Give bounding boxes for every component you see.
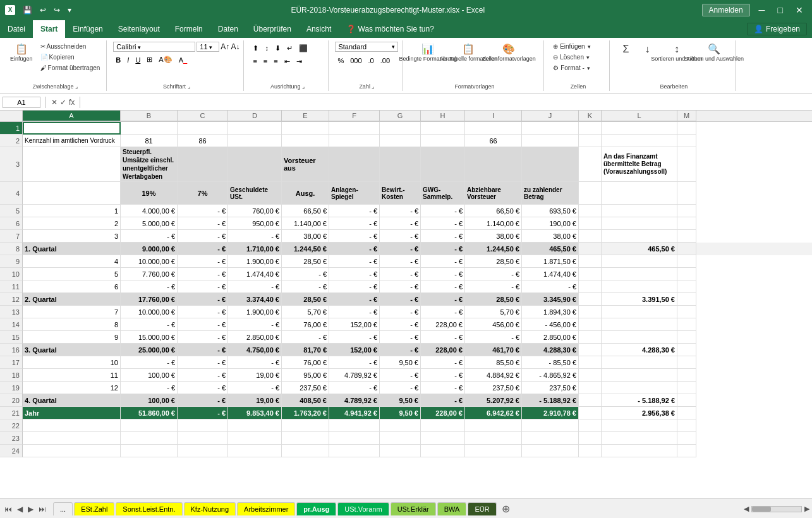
- cell-f13[interactable]: - €: [329, 306, 380, 318]
- cell-m3[interactable]: [677, 147, 696, 182]
- cell-j3[interactable]: [522, 147, 579, 182]
- cell-h3[interactable]: [421, 147, 465, 182]
- first-sheet-button[interactable]: ⏮: [3, 503, 14, 515]
- cell-c21[interactable]: - €: [178, 407, 228, 419]
- cell-a12[interactable]: 2. Quartal: [23, 293, 121, 306]
- cell-k1[interactable]: [579, 122, 602, 135]
- cell-a22[interactable]: [23, 419, 121, 432]
- cell-m24[interactable]: [677, 445, 696, 457]
- cell-g14[interactable]: - €: [380, 318, 421, 331]
- cell-j7[interactable]: 38,00 €: [522, 230, 579, 243]
- align-right-button[interactable]: ≡: [271, 56, 280, 67]
- cell-c7[interactable]: - €: [178, 230, 228, 243]
- cell-k24[interactable]: [579, 445, 602, 457]
- cell-i4[interactable]: Abziehbare Vorsteuer: [465, 182, 522, 205]
- cell-k14[interactable]: [579, 318, 602, 331]
- cell-g12[interactable]: - €: [380, 293, 421, 306]
- cell-l20[interactable]: - 5.188,92 €: [602, 394, 677, 407]
- cell-c8[interactable]: - €: [178, 243, 228, 255]
- cell-h6[interactable]: - €: [421, 217, 465, 230]
- cell-g6[interactable]: - €: [380, 217, 421, 230]
- cell-c17[interactable]: - €: [178, 356, 228, 369]
- cell-l10[interactable]: [602, 268, 677, 280]
- cell-j20[interactable]: - 5.188,92 €: [522, 394, 579, 407]
- cell-d7[interactable]: - €: [228, 230, 282, 243]
- tab-ueberprufen[interactable]: Überprüfen: [246, 20, 299, 38]
- tab-daten[interactable]: Daten: [210, 20, 246, 38]
- cell-e8[interactable]: 1.244,50 €: [282, 243, 329, 255]
- cell-g22[interactable]: [380, 419, 421, 432]
- cell-h4[interactable]: GWG-Sammelp.: [421, 182, 465, 205]
- last-sheet-button[interactable]: ⏭: [37, 503, 48, 515]
- cell-a15[interactable]: 9: [23, 331, 121, 344]
- font-size-select[interactable]: 11: [197, 42, 219, 52]
- cell-k3[interactable]: [579, 147, 602, 182]
- cell-f5[interactable]: - €: [329, 205, 380, 217]
- sheet-tab-arbeitszimmer[interactable]: Arbeitszimmer: [237, 502, 295, 515]
- cell-i19[interactable]: 237,50 €: [465, 382, 522, 394]
- cell-h13[interactable]: - €: [421, 306, 465, 318]
- fill-button[interactable]: ↓: [638, 42, 657, 57]
- undo-icon[interactable]: ↩: [37, 4, 49, 16]
- cell-i20[interactable]: 5.207,92 €: [465, 394, 522, 407]
- tab-seitenlayout[interactable]: Seitenlayout: [111, 20, 167, 38]
- cell-h18[interactable]: - €: [421, 369, 465, 382]
- cell-m21[interactable]: [677, 407, 696, 419]
- wrap-text-button[interactable]: ↵: [284, 43, 295, 54]
- cell-j19[interactable]: 237,50 €: [522, 382, 579, 394]
- cell-e6[interactable]: 1.140,00 €: [282, 217, 329, 230]
- cell-m12[interactable]: [677, 293, 696, 306]
- cell-d13[interactable]: 1.900,00 €: [228, 306, 282, 318]
- decrease-font-button[interactable]: A↓: [231, 42, 239, 51]
- tab-help[interactable]: ❓ Was möchten Sie tun?: [339, 20, 442, 38]
- cell-c10[interactable]: - €: [178, 268, 228, 280]
- horizontal-scrollbar[interactable]: [751, 506, 802, 512]
- cell-h8[interactable]: - €: [421, 243, 465, 255]
- cell-i9[interactable]: 28,50 €: [465, 255, 522, 268]
- cell-m7[interactable]: [677, 230, 696, 243]
- cell-i11[interactable]: - €: [465, 280, 522, 293]
- cell-c24[interactable]: [178, 445, 228, 457]
- cell-g5[interactable]: - €: [380, 205, 421, 217]
- cell-c19[interactable]: - €: [178, 382, 228, 394]
- cell-b3[interactable]: Steuerpfl. Umsätze einschl. unentgeltlic…: [121, 147, 178, 182]
- cell-k19[interactable]: [579, 382, 602, 394]
- cell-g2[interactable]: [380, 135, 421, 147]
- cell-d11[interactable]: - €: [228, 280, 282, 293]
- formula-input[interactable]: [85, 97, 809, 107]
- cell-h16[interactable]: 228,00 €: [421, 344, 465, 356]
- cell-e1[interactable]: [282, 122, 329, 135]
- cell-e14[interactable]: 76,00 €: [282, 318, 329, 331]
- cell-j21[interactable]: 2.910,78 €: [522, 407, 579, 419]
- cell-i12[interactable]: 28,50 €: [465, 293, 522, 306]
- cell-b24[interactable]: [121, 445, 178, 457]
- cell-h19[interactable]: - €: [421, 382, 465, 394]
- cell-l3[interactable]: An das Finanzamt übermittelte Betrag (Vo…: [602, 147, 677, 182]
- col-header-c[interactable]: C: [178, 111, 228, 121]
- cell-m19[interactable]: [677, 382, 696, 394]
- ausschneiden-button[interactable]: ✂ Ausschneiden: [38, 42, 103, 51]
- cell-f20[interactable]: 4.789,92 €: [329, 394, 380, 407]
- tab-datei[interactable]: Datei: [0, 20, 33, 38]
- cell-a5[interactable]: 1: [23, 205, 121, 217]
- cell-l17[interactable]: [602, 356, 677, 369]
- cell-a2[interactable]: Kennzahl im amtlichen Vordruck: [23, 135, 121, 147]
- cell-m17[interactable]: [677, 356, 696, 369]
- cell-i6[interactable]: 1.140,00 €: [465, 217, 522, 230]
- cell-l23[interactable]: [602, 432, 677, 445]
- cell-c15[interactable]: - €: [178, 331, 228, 344]
- cell-m13[interactable]: [677, 306, 696, 318]
- confirm-icon[interactable]: ✓: [60, 98, 66, 107]
- cell-c4[interactable]: 7%: [178, 182, 228, 205]
- thousands-button[interactable]: 000: [348, 56, 364, 66]
- cell-j22[interactable]: [522, 419, 579, 432]
- cell-b4[interactable]: 19%: [121, 182, 178, 205]
- cell-b5[interactable]: 4.000,00 €: [121, 205, 178, 217]
- save-icon[interactable]: 💾: [20, 4, 35, 16]
- cell-f12[interactable]: - €: [329, 293, 380, 306]
- indent-more-button[interactable]: ⇥: [294, 56, 305, 67]
- cell-b11[interactable]: - €: [121, 280, 178, 293]
- cell-h5[interactable]: - €: [421, 205, 465, 217]
- cell-b23[interactable]: [121, 432, 178, 445]
- cell-a10[interactable]: 5: [23, 268, 121, 280]
